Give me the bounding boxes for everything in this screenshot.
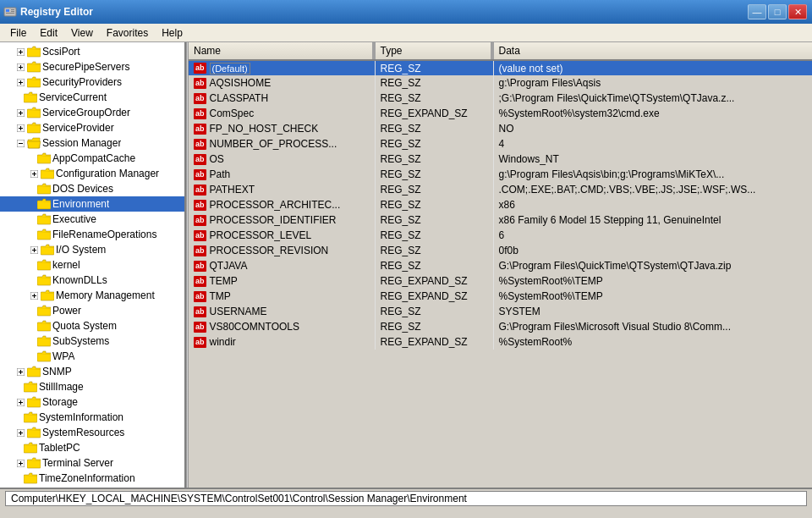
- tree-item-KnownDLLs[interactable]: KnownDLLs: [0, 273, 184, 288]
- table-row[interactable]: ab(Default)REG_SZ(value not set): [189, 60, 812, 75]
- table-row[interactable]: abwindirREG_EXPAND_SZ%SystemRoot%: [189, 334, 812, 350]
- tree-item-WPA[interactable]: WPA: [0, 349, 184, 364]
- tree-expander-SystemResources[interactable]: [14, 426, 27, 439]
- table-row[interactable]: abTMPREG_EXPAND_SZ%SystemRoot%\TEMP: [189, 289, 812, 304]
- tree-item-TerminalServer[interactable]: Terminal Server: [0, 455, 184, 471]
- folder-icon-MemoryManagement: [41, 289, 54, 301]
- table-row[interactable]: abOSREG_SZWindows_NT: [189, 152, 812, 167]
- tree-item-SystemResources[interactable]: SystemResources: [0, 425, 184, 440]
- tree-expander-SecurityProviders[interactable]: [14, 75, 27, 89]
- table-row[interactable]: abTEMPREG_EXPAND_SZ%SystemRoot%\TEMP: [189, 273, 812, 289]
- table-row[interactable]: abFP_NO_HOST_CHECKREG_SZNO: [189, 121, 812, 136]
- tree-expander-ScsiPort[interactable]: [14, 45, 27, 58]
- menu-item-edit[interactable]: Edit: [33, 25, 64, 41]
- tree-expander-ServiceGroupOrder[interactable]: [14, 106, 27, 119]
- tree-item-ScsiPort[interactable]: ScsiPort: [0, 44, 184, 59]
- table-row[interactable]: abPROCESSOR_ARCHITEC...REG_SZx86: [189, 197, 812, 212]
- name-text-1: AQSISHOME: [210, 77, 272, 89]
- minimize-button[interactable]: —: [748, 4, 766, 19]
- tree-item-MemoryManagement[interactable]: Memory Management: [0, 288, 184, 303]
- tree-item-FileRenameOperations[interactable]: FileRenameOperations: [0, 227, 184, 242]
- col-header-data[interactable]: Data: [493, 42, 812, 60]
- tree-item-ServiceGroupOrder[interactable]: ServiceGroupOrder: [0, 105, 184, 120]
- default-badge-0: (Default): [210, 63, 250, 74]
- tree-label-SNMP: SNMP: [42, 366, 72, 377]
- tree-item-TabletPC[interactable]: TabletPC: [0, 440, 184, 455]
- table-row[interactable]: abNUMBER_OF_PROCESS...REG_SZ4: [189, 136, 812, 152]
- cell-data-14: %SystemRoot%\TEMP: [493, 273, 812, 289]
- status-bar: Computer\HKEY_LOCAL_MACHINE\SYSTEM\Contr…: [0, 488, 812, 508]
- cell-name-14: abTEMP: [189, 273, 375, 289]
- table-row[interactable]: abAQSISHOMEREG_SZg:\Program Files\Aqsis: [189, 75, 812, 91]
- folder-icon-QuotaSystem: [37, 320, 51, 332]
- table-row[interactable]: abPathREG_SZg:\Program Files\Aqsis\bin;g…: [189, 167, 812, 182]
- name-text-15: TMP: [210, 290, 231, 302]
- tree-expander-ConfigurationManager[interactable]: [27, 167, 41, 180]
- table-row[interactable]: abQTJAVAREG_SZG:\Program Files\QuickTime…: [189, 258, 812, 273]
- tree-item-SNMP[interactable]: SNMP: [0, 364, 184, 379]
- tree-item-IOSystem[interactable]: I/O System: [0, 242, 184, 257]
- window-controls: — □ ✕: [748, 4, 807, 19]
- tree-expander-IOSystem[interactable]: [27, 243, 41, 256]
- tree-item-ConfigurationManager[interactable]: Configuration Manager: [0, 166, 184, 181]
- tree-expander-SessionManager[interactable]: [14, 136, 27, 150]
- col-header-name[interactable]: Name: [189, 42, 375, 60]
- table-row[interactable]: abPROCESSOR_IDENTIFIERREG_SZx86 Family 6…: [189, 212, 812, 228]
- tree-expander-MemoryManagement[interactable]: [27, 289, 41, 302]
- col-header-type[interactable]: Type: [375, 42, 493, 60]
- cell-data-11: 6: [493, 228, 812, 243]
- name-text-16: USERNAME: [210, 306, 267, 317]
- ab-icon-15: ab: [194, 291, 206, 302]
- svg-rect-36: [37, 232, 51, 240]
- cell-name-12: abPROCESSOR_REVISION: [189, 243, 375, 258]
- tree-item-SystemInformation[interactable]: SystemInformation: [0, 410, 184, 425]
- tree-item-Environment[interactable]: Environment: [0, 196, 184, 212]
- tree-item-StillImage[interactable]: StillImage: [0, 379, 184, 394]
- svg-rect-49: [37, 339, 51, 346]
- table-row[interactable]: abVS80COMNTOOLSREG_SZG:\Program Files\Mi…: [189, 319, 812, 334]
- folder-icon-Executive: [37, 213, 51, 225]
- tree-expander-ServiceProvider[interactable]: [14, 121, 27, 135]
- table-row[interactable]: abCLASSPATHREG_SZ;G:\Program Files\Quick…: [189, 91, 812, 106]
- menu-item-view[interactable]: View: [64, 25, 100, 41]
- tree-expander-Storage[interactable]: [14, 395, 27, 409]
- table-row[interactable]: abPATHEXTREG_SZ.COM;.EXE;.BAT;.CMD;.VBS;…: [189, 182, 812, 197]
- tree-item-kernel[interactable]: kernel: [0, 257, 184, 273]
- menu-item-help[interactable]: Help: [155, 25, 189, 41]
- tree-expander-SNMP[interactable]: [14, 365, 27, 378]
- tree-label-KnownDLLs: KnownDLLs: [52, 274, 107, 286]
- tree-item-SessionManager[interactable]: Session Manager: [0, 135, 184, 151]
- svg-rect-47: [37, 308, 51, 316]
- tree-item-ServiceCurrent[interactable]: ServiceCurrent: [0, 90, 184, 105]
- tree-item-QuotaSystem[interactable]: Quota System: [0, 318, 184, 333]
- table-row[interactable]: abUSERNAMEREG_SZSYSTEM: [189, 304, 812, 319]
- folder-icon-AppCompatCache: [37, 152, 51, 164]
- tree-expander-QuotaSystem: [27, 319, 37, 333]
- menu-item-file[interactable]: File: [3, 25, 33, 41]
- tree-item-SecurePipeServers[interactable]: SecurePipeServers: [0, 59, 184, 74]
- menu-item-favorites[interactable]: Favorites: [100, 25, 155, 41]
- tree-item-AppCompatCache[interactable]: AppCompatCache: [0, 151, 184, 166]
- tree-label-ServiceProvider: ServiceProvider: [42, 122, 114, 134]
- tree-item-SecurityProviders[interactable]: SecurityProviders: [0, 74, 184, 90]
- svg-rect-35: [37, 217, 51, 224]
- tree-item-DOSDevices[interactable]: DOS Devices: [0, 181, 184, 196]
- table-row[interactable]: abComSpecREG_EXPAND_SZ%SystemRoot%\syste…: [189, 106, 812, 121]
- tree-item-ServiceProvider[interactable]: ServiceProvider: [0, 120, 184, 135]
- table-row[interactable]: abPROCESSOR_REVISIONREG_SZ0f0b: [189, 243, 812, 258]
- tree-item-Storage[interactable]: Storage: [0, 394, 184, 410]
- svg-rect-69: [27, 460, 41, 468]
- tree-expander-SecurePipeServers[interactable]: [14, 60, 27, 74]
- tree-item-SubSystems[interactable]: SubSystems: [0, 333, 184, 349]
- tree-expander-TerminalServer[interactable]: [14, 456, 27, 470]
- name-text-9: PROCESSOR_ARCHITEC...: [210, 199, 341, 211]
- tree-item-Power[interactable]: Power: [0, 303, 184, 318]
- tree-item-Executive[interactable]: Executive: [0, 212, 184, 227]
- close-button[interactable]: ✕: [788, 4, 807, 19]
- maximize-button[interactable]: □: [768, 4, 787, 19]
- registry-table[interactable]: Name Type Data ab(Default)REG_SZ(value n…: [189, 42, 812, 488]
- tree-item-TimeZoneInfo[interactable]: TimeZoneInformation: [0, 471, 184, 486]
- svg-rect-70: [24, 476, 37, 483]
- table-row[interactable]: abPROCESSOR_LEVELREG_SZ6: [189, 228, 812, 243]
- tree-panel[interactable]: ScsiPort SecurePipeServers SecurityProvi…: [0, 42, 186, 488]
